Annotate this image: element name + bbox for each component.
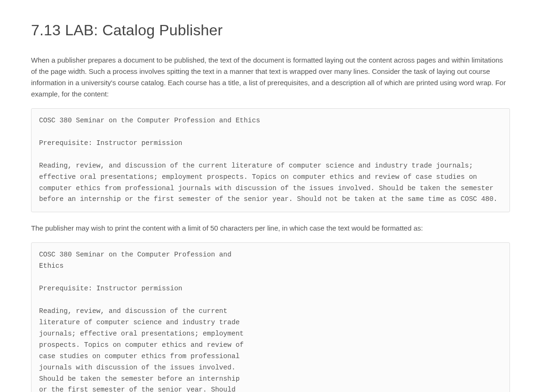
example-code-block-2: COSC 380 Seminar on the Computer Profess…: [31, 242, 510, 392]
example-code-block-1: COSC 380 Seminar on the Computer Profess…: [31, 108, 510, 212]
middle-paragraph: The publisher may wish to print the cont…: [31, 223, 510, 234]
page-title: 7.13 LAB: Catalog Publisher: [31, 19, 510, 41]
intro-paragraph: When a publisher prepares a document to …: [31, 55, 510, 100]
